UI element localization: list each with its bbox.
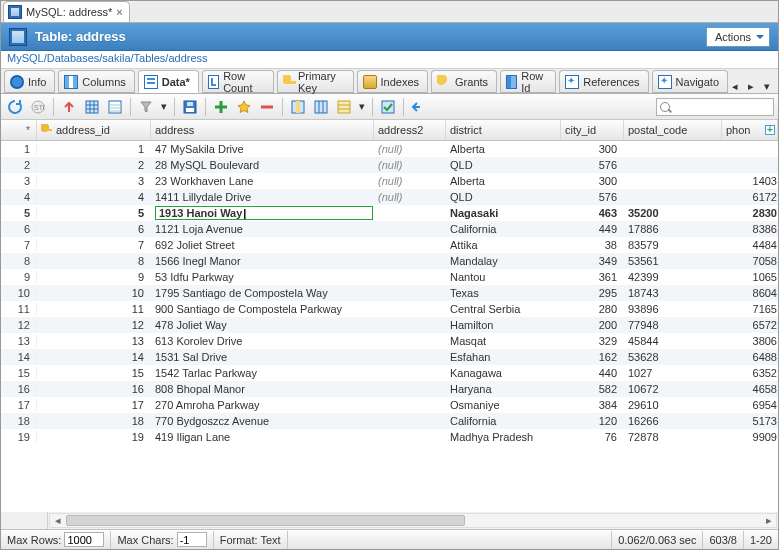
cell-address[interactable]: 478 Joliet Way (151, 319, 374, 331)
cell-district[interactable]: Mandalay (446, 255, 561, 267)
cell-district[interactable]: Alberta (446, 175, 561, 187)
table-row[interactable]: 1616808 Bhopal ManorHaryana582106724658 (1, 381, 778, 397)
refresh-button[interactable] (5, 97, 25, 117)
tab-info[interactable]: Info (4, 70, 55, 93)
cell-phone[interactable]: 6954 (722, 399, 778, 411)
form-view-button[interactable] (105, 97, 125, 117)
table-row[interactable]: 2228 MySQL Boulevard(null)QLD576 (1, 157, 778, 173)
cell-city-id[interactable]: 384 (561, 399, 624, 411)
cell-postal-code[interactable]: 1027 (624, 367, 722, 379)
format-label[interactable]: Format: Text (214, 531, 288, 549)
cell-city-id[interactable]: 120 (561, 415, 624, 427)
cell-address[interactable]: 1566 Inegl Manor (151, 255, 374, 267)
cell-address[interactable]: 270 Amroha Parkway (151, 399, 374, 411)
cell-address-id[interactable]: 4 (37, 191, 151, 203)
cell-address-id[interactable]: 14 (37, 351, 151, 363)
tab-navigator[interactable]: Navigato (652, 70, 728, 93)
cell-city-id[interactable]: 76 (561, 431, 624, 443)
table-row[interactable]: 1111900 Santiago de Compostela ParkwayCe… (1, 301, 778, 317)
cell-address[interactable]: 1542 Tarlac Parkway (151, 367, 374, 379)
cell-postal-code[interactable]: 42399 (624, 271, 722, 283)
scroll-left-icon[interactable]: ◂ (728, 79, 742, 93)
scroll-left-button[interactable]: ◂ (50, 514, 65, 527)
col-header-address2[interactable]: address2 (374, 120, 446, 140)
highlight-dropdown-icon[interactable]: ▾ (357, 97, 367, 117)
cell-address-id[interactable]: 9 (37, 271, 151, 283)
cell-postal-code[interactable]: 18743 (624, 287, 722, 299)
cell-address[interactable]: 1531 Sal Drive (151, 351, 374, 363)
max-rows-input[interactable] (64, 532, 104, 547)
cell-district[interactable]: QLD (446, 159, 561, 171)
table-row[interactable]: 77692 Joliet StreetAttika38835794484 (1, 237, 778, 253)
scroll-right-button[interactable]: ▸ (761, 514, 776, 527)
cell-district[interactable]: Nantou (446, 271, 561, 283)
cell-city-id[interactable]: 463 (561, 207, 624, 219)
cell-address[interactable]: 28 MySQL Boulevard (151, 159, 374, 171)
cell-phone[interactable]: 8604 (722, 287, 778, 299)
cell-address-id[interactable]: 5 (37, 207, 151, 219)
cell-address-id[interactable]: 7 (37, 239, 151, 251)
cell-address2[interactable]: (null) (374, 175, 446, 187)
cell-address-id[interactable]: 18 (37, 415, 151, 427)
delete-row-button[interactable] (257, 97, 277, 117)
col-header-district[interactable]: district (446, 120, 561, 140)
scroll-right-icon[interactable]: ▸ (744, 79, 758, 93)
scrollbar-thumb[interactable] (66, 515, 465, 526)
cell-address[interactable]: 1795 Santiago de Compostela Way (151, 287, 374, 299)
breadcrumb[interactable]: MySQL/Databases/sakila/Tables/address (1, 51, 778, 69)
col-header-city-id[interactable]: city_id (561, 120, 624, 140)
cell-address-id[interactable]: 10 (37, 287, 151, 299)
cell-city-id[interactable]: 162 (561, 351, 624, 363)
cell-city-id[interactable]: 576 (561, 191, 624, 203)
cell-district[interactable]: Kanagawa (446, 367, 561, 379)
cell-district[interactable]: Hamilton (446, 319, 561, 331)
table-row[interactable]: 3323 Workhaven Lane(null)Alberta3001403 (1, 173, 778, 189)
cell-phone[interactable]: 2830 (722, 207, 778, 219)
cell-phone[interactable]: 8386 (722, 223, 778, 235)
cell-city-id[interactable]: 300 (561, 175, 624, 187)
tab-row-count[interactable]: Row Count (202, 70, 274, 93)
cell-address-id[interactable]: 15 (37, 367, 151, 379)
cell-city-id[interactable]: 440 (561, 367, 624, 379)
cell-phone[interactable]: 4484 (722, 239, 778, 251)
search-input[interactable] (656, 98, 774, 116)
fit-columns-button[interactable] (311, 97, 331, 117)
cell-district[interactable]: Osmaniye (446, 399, 561, 411)
cell-address[interactable]: 1913 Hanoi Way (151, 206, 374, 220)
cell-phone[interactable]: 1065 (722, 271, 778, 283)
cell-district[interactable]: Madhya Pradesh (446, 431, 561, 443)
cell-district[interactable]: Alberta (446, 143, 561, 155)
cell-address-id[interactable]: 11 (37, 303, 151, 315)
max-chars-input[interactable] (177, 532, 207, 547)
tab-row-id[interactable]: Row Id (500, 70, 556, 93)
actions-button[interactable]: Actions (706, 27, 770, 47)
cell-city-id[interactable]: 349 (561, 255, 624, 267)
table-row[interactable]: 441411 Lillydale Drive(null)QLD5766172 (1, 189, 778, 205)
cell-phone[interactable]: 5173 (722, 415, 778, 427)
table-row[interactable]: 1919419 Iligan LaneMadhya Pradesh7672878… (1, 429, 778, 445)
cell-address-id[interactable]: 2 (37, 159, 151, 171)
cell-address2[interactable]: (null) (374, 159, 446, 171)
grid-view-button[interactable] (82, 97, 102, 117)
cell-address[interactable]: 900 Santiago de Compostela Parkway (151, 303, 374, 315)
cell-address-id[interactable]: 12 (37, 319, 151, 331)
cell-postal-code[interactable]: 45844 (624, 335, 722, 347)
tab-indexes[interactable]: Indexes (357, 70, 429, 93)
table-row[interactable]: 551913 Hanoi WayNagasaki463352002830 (1, 205, 778, 221)
undo-button[interactable] (409, 97, 429, 117)
cell-postal-code[interactable]: 93896 (624, 303, 722, 315)
col-header-address-id[interactable]: address_id (37, 120, 151, 140)
cell-address[interactable]: 770 Bydgoszcz Avenue (151, 415, 374, 427)
cell-address[interactable]: 613 Korolev Drive (151, 335, 374, 347)
close-icon[interactable]: × (116, 6, 122, 18)
cell-address-id[interactable]: 19 (37, 431, 151, 443)
cell-postal-code[interactable]: 35200 (624, 207, 722, 219)
cell-address[interactable]: 1411 Lillydale Drive (151, 191, 374, 203)
cell-city-id[interactable]: 329 (561, 335, 624, 347)
cell-city-id[interactable]: 38 (561, 239, 624, 251)
table-row[interactable]: 14141531 Sal DriveEsfahan162536286488 (1, 349, 778, 365)
cell-address[interactable]: 47 MySakila Drive (151, 143, 374, 155)
cell-address-id[interactable]: 1 (37, 143, 151, 155)
cell-city-id[interactable]: 582 (561, 383, 624, 395)
table-row[interactable]: 9953 Idfu ParkwayNantou361423991065 (1, 269, 778, 285)
